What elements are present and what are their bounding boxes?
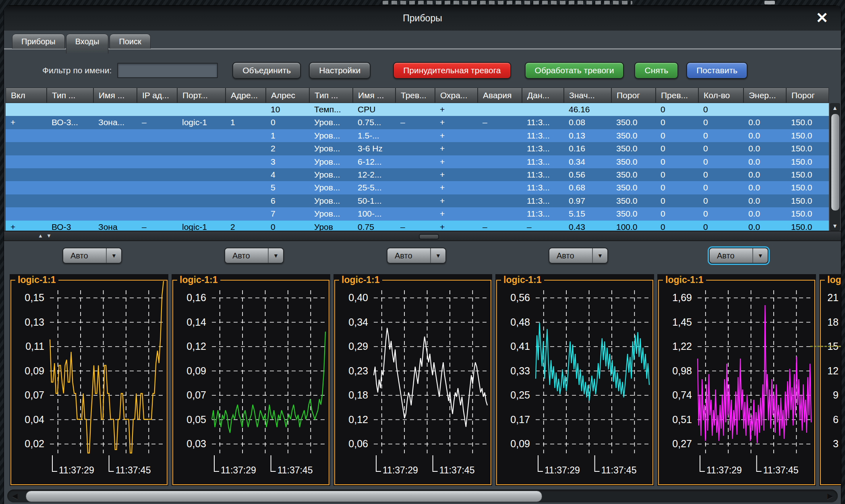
table-cell: + xyxy=(6,116,47,129)
column-header-17[interactable]: Кол-во xyxy=(698,88,744,103)
chart-title: logic-1:1 xyxy=(177,275,220,285)
table-cell: logic-1 xyxy=(177,221,226,231)
background-text-remnant xyxy=(383,1,632,4)
dialog-titlebar[interactable]: Приборы ✕ xyxy=(4,6,841,31)
table-row[interactable]: +ВО-3...Зона...–logic-110Уров...0.75...–… xyxy=(6,116,829,129)
column-header-18[interactable]: Энер... xyxy=(744,88,786,103)
table-cell: 0.0 xyxy=(744,168,786,181)
table-row[interactable]: 6Уров...50-1...+11:3...0.97350.0000.0150… xyxy=(6,194,829,207)
table-cell: 350.0 xyxy=(611,142,656,155)
devices-dialog: Приборы ✕ ПриборыВходыПоиск Фильтр по им… xyxy=(4,6,841,504)
set-button[interactable]: Поставить xyxy=(686,62,748,79)
settings-button[interactable]: Настройки xyxy=(309,62,371,79)
scroll-up-icon[interactable]: ▲ xyxy=(830,105,840,111)
table-cell: 0.34 xyxy=(564,155,611,168)
column-header-2[interactable]: Тип ... xyxy=(47,88,93,103)
filter-input[interactable] xyxy=(117,63,218,78)
scale-mode-dropdown[interactable]: Авто▼ xyxy=(549,248,608,264)
vertical-scroll-thumb[interactable] xyxy=(831,114,840,211)
table-cell xyxy=(396,155,435,168)
column-header-7[interactable]: Алрес xyxy=(266,88,309,103)
unset-button[interactable]: Снять xyxy=(634,62,678,79)
table-cell: 0.68 xyxy=(564,181,611,194)
table-cell: 0.0 xyxy=(744,155,786,168)
column-header-5[interactable]: Порт... xyxy=(177,88,226,103)
scroll-down-icon[interactable]: ▼ xyxy=(830,223,840,229)
table-vertical-scrollbar[interactable]: ▲ ▼ xyxy=(830,103,840,231)
table-cell xyxy=(137,129,177,142)
column-header-11[interactable]: Охра... xyxy=(435,88,478,103)
table-cell: + xyxy=(6,221,47,231)
scale-mode-dropdown[interactable]: Авто▼ xyxy=(224,248,284,264)
column-header-10[interactable]: Трев... xyxy=(396,88,435,103)
column-header-14[interactable]: Знач... xyxy=(564,88,611,103)
chart-panel[interactable]: logic-1:11,691,451,220,980,740,510,2711:… xyxy=(657,274,816,486)
table-row[interactable]: 2Уров...3-6 Hz+11:3...0.16350.0000.0150.… xyxy=(6,142,829,155)
column-header-13[interactable]: Дан... xyxy=(522,88,564,103)
dropdown-value: Авто xyxy=(549,248,592,263)
column-header-1[interactable]: Вкл xyxy=(6,88,47,103)
table-cell: 350.0 xyxy=(611,181,656,194)
column-header-19[interactable]: Порог xyxy=(786,88,829,103)
splitter[interactable]: ▲▼ xyxy=(4,231,841,241)
column-header-16[interactable]: Прев... xyxy=(656,88,698,103)
scale-mode-dropdown[interactable]: Авто▼ xyxy=(62,248,122,264)
merge-button[interactable]: Объединить xyxy=(232,62,301,79)
tab-Приборы[interactable]: Приборы xyxy=(12,34,65,49)
column-header-9[interactable]: Имя ... xyxy=(353,88,396,103)
scale-mode-dropdown[interactable]: Авто▼ xyxy=(709,248,768,264)
table-row[interactable]: 1Уров...1.5-...+11:3...0.13350.0000.0150… xyxy=(6,129,829,142)
table-cell: 11:3... xyxy=(522,116,564,129)
table-cell: 0.0 xyxy=(744,194,786,207)
series-line xyxy=(536,323,649,401)
table-cell xyxy=(93,181,137,194)
table-cell xyxy=(226,181,266,194)
table-cell: 0 xyxy=(698,129,744,142)
table-cell: 0 xyxy=(656,103,698,116)
chart-panel[interactable]: logic-1:121181512963 xyxy=(819,274,841,486)
series-line xyxy=(698,305,811,443)
chevron-down-icon[interactable]: ▼ xyxy=(430,248,445,263)
scroll-left-icon[interactable]: ◀ xyxy=(12,490,18,502)
horizontal-scrollbar[interactable]: ◀ ▶ xyxy=(7,490,838,502)
splitter-arrows-icon[interactable]: ▲▼ xyxy=(38,233,55,239)
table-row[interactable]: 7Уров...100-...+11:3...5.15350.0000.0150… xyxy=(6,207,829,220)
column-header-15[interactable]: Порог xyxy=(611,88,656,103)
table-cell: – xyxy=(522,221,564,231)
chart-title: logic-1:1 xyxy=(15,275,58,285)
horizontal-scroll-thumb[interactable] xyxy=(26,491,542,502)
splitter-grip[interactable] xyxy=(419,234,439,240)
table-cell xyxy=(226,207,266,220)
scale-mode-dropdown[interactable]: Авто▼ xyxy=(387,248,446,264)
chevron-down-icon[interactable]: ▼ xyxy=(752,248,768,263)
tab-Поиск[interactable]: Поиск xyxy=(110,34,150,49)
table-row[interactable]: 3Уров...6-12...+11:3...0.34350.0000.0150… xyxy=(6,155,829,168)
table-cell xyxy=(93,155,137,168)
column-header-12[interactable]: Авария xyxy=(478,88,522,103)
table-row[interactable]: +ВО-3Зона–logic-120Уров0.75–+––0.43100.0… xyxy=(6,221,829,231)
chart-panel[interactable]: logic-1:10,400,340,290,230,180,120,0611:… xyxy=(333,274,492,486)
chart-title: logic-1:1 xyxy=(663,275,706,285)
table-row[interactable]: 4Уров...12-2...+11:3...0.56350.0000.0150… xyxy=(6,168,829,181)
table-cell xyxy=(177,129,226,142)
x-axis-label: 11:37:45 xyxy=(601,465,637,476)
chevron-down-icon[interactable]: ▼ xyxy=(106,248,121,263)
tab-Входы[interactable]: Входы xyxy=(66,34,109,54)
chart-panel[interactable]: logic-1:10,160,140,120,090,070,050,0311:… xyxy=(172,274,330,486)
column-header-4[interactable]: IP ад... xyxy=(137,88,177,103)
table-row[interactable]: 10Темп...CPU+46.1600 xyxy=(6,103,829,116)
chart-panel[interactable]: logic-1:10,560,480,410,330,250,170,0911:… xyxy=(495,274,654,486)
column-header-3[interactable]: Имя ... xyxy=(93,88,137,103)
chart-panel[interactable]: logic-1:10,150,130,110,090,070,040,0211:… xyxy=(10,274,168,486)
table-cell: 1 xyxy=(226,116,266,129)
column-header-8[interactable]: Тип ... xyxy=(309,88,353,103)
chevron-down-icon[interactable]: ▼ xyxy=(592,248,607,263)
table-row[interactable]: 5Уров...25-5...+11:3...0.68350.0000.0150… xyxy=(6,181,829,194)
chevron-down-icon[interactable]: ▼ xyxy=(268,248,283,263)
force-alarm-button[interactable]: Принудительная тревога xyxy=(393,62,511,79)
close-icon[interactable]: ✕ xyxy=(814,10,831,27)
scroll-right-icon[interactable]: ▶ xyxy=(827,490,833,502)
process-alarms-button[interactable]: Обработать тревоги xyxy=(525,62,624,79)
table-cell xyxy=(478,168,522,181)
column-header-6[interactable]: Адре... xyxy=(226,88,266,103)
